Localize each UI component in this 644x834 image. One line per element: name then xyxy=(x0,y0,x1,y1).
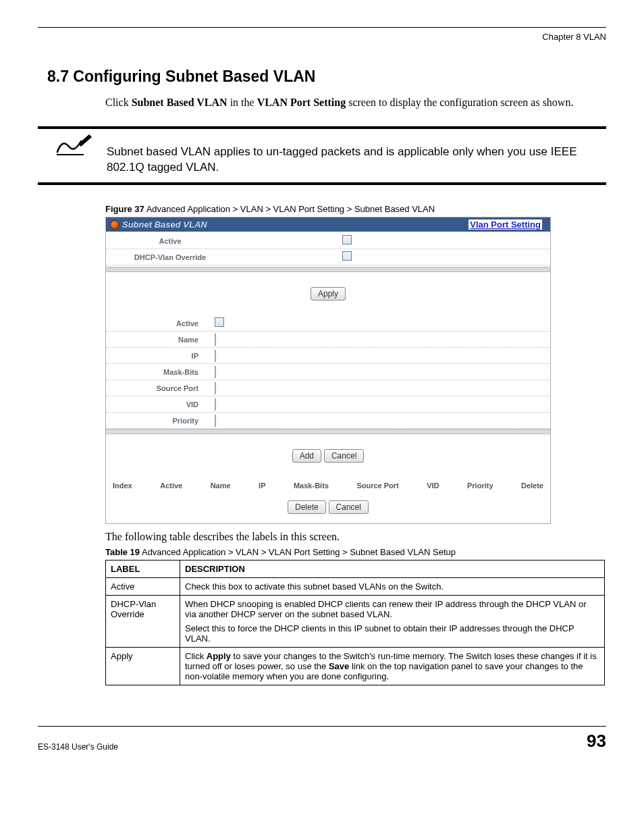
input-name[interactable] xyxy=(215,334,216,346)
input-ip[interactable] xyxy=(215,350,216,362)
note-bottom-rule xyxy=(38,182,606,185)
row2-label: Apply xyxy=(106,648,180,685)
panel-titlebar: Subnet Based VLAN Vlan Port Setting xyxy=(106,217,550,232)
note-top-rule xyxy=(38,126,606,129)
th-maskbits: Mask-Bits xyxy=(294,481,329,490)
row2-pre: Click xyxy=(185,651,207,661)
cancel-button[interactable]: Cancel xyxy=(324,449,364,463)
panel-dot-icon xyxy=(110,220,119,230)
row2-b2: Save xyxy=(329,661,349,671)
row2-desc: Click Apply to save your changes to the … xyxy=(180,648,605,685)
page-footer: ES-3148 User's Guide 93 xyxy=(38,726,606,752)
input-vid[interactable] xyxy=(215,398,216,411)
intro-mid: in the xyxy=(227,97,257,108)
panel-title: Subnet Based VLAN xyxy=(122,219,207,230)
screenshot-panel: Subnet Based VLAN Vlan Port Setting Acti… xyxy=(105,217,551,524)
form-add-entry: Active Name IP Mask-Bits Source Port VID… xyxy=(106,315,550,429)
th-active: Active xyxy=(160,481,182,490)
th-ip: IP xyxy=(259,481,265,490)
row0-p1: Check this box to activate this subnet b… xyxy=(185,581,599,592)
label-entry-active: Active xyxy=(106,319,211,328)
table-caption: Table 19 Advanced Application > VLAN > V… xyxy=(105,547,606,557)
label-ip: IP xyxy=(106,352,211,360)
cancel-button-2[interactable]: Cancel xyxy=(329,500,369,514)
intro-bold2: VLAN Port Setting xyxy=(257,97,346,108)
input-priority[interactable] xyxy=(215,415,216,427)
checkbox-entry-active[interactable] xyxy=(215,317,224,327)
section-title: 8.7 Configuring Subnet Based VLAN xyxy=(47,68,606,86)
delete-button[interactable]: Delete xyxy=(288,500,326,514)
entries-table-header: Index Active Name IP Mask-Bits Source Po… xyxy=(106,477,550,494)
row1-label: DHCP-Vlan Override xyxy=(106,596,180,648)
figure-caption-text: Advanced Application > VLAN > VLAN Port … xyxy=(144,204,435,214)
table-caption-text: Advanced Application > VLAN > VLAN Port … xyxy=(140,547,456,557)
label-name: Name xyxy=(106,336,211,344)
th-label: LABEL xyxy=(106,561,180,578)
input-maskbits[interactable] xyxy=(215,366,216,378)
table-row: DHCP-Vlan Override When DHCP snooping is… xyxy=(106,596,605,648)
footer-page-number: 93 xyxy=(587,731,606,752)
input-sourceport[interactable] xyxy=(215,382,216,394)
row1-p1: When DHCP snooping is enabled DHCP clien… xyxy=(185,599,599,619)
table-row: Apply Click Apply to save your changes t… xyxy=(106,648,605,685)
intro-bold1: Subnet Based VLAN xyxy=(132,97,227,108)
label-priority: Priority xyxy=(106,417,211,425)
table-row: Active Check this box to activate this s… xyxy=(106,578,605,596)
intro-tail: screen to display the configuration scre… xyxy=(346,97,573,108)
chapter-header: Chapter 8 VLAN xyxy=(38,32,606,46)
description-table: LABEL DESCRIPTION Active Check this box … xyxy=(105,560,605,685)
handwriting-note-icon xyxy=(54,132,95,161)
note-text: Subnet based VLAN applies to un-tagged p… xyxy=(107,136,606,176)
th-vid: VID xyxy=(427,481,439,490)
label-sourceport: Source Port xyxy=(106,384,211,392)
row1-desc: When DHCP snooping is enabled DHCP clien… xyxy=(180,596,605,648)
th-index: Index xyxy=(113,481,132,490)
apply-button[interactable]: Apply xyxy=(311,287,346,301)
top-rule xyxy=(38,27,606,28)
th-delete: Delete xyxy=(521,481,543,490)
row2-b1: Apply xyxy=(207,651,231,661)
table-label: Table 19 xyxy=(105,547,140,557)
row0-label: Active xyxy=(106,578,180,596)
divider xyxy=(106,267,550,272)
add-button[interactable]: Add xyxy=(292,449,321,463)
th-sourceport: Source Port xyxy=(356,481,398,490)
label-active: Active xyxy=(106,237,234,245)
note-block: Subnet based VLAN applies to un-tagged p… xyxy=(38,136,606,176)
figure-label: Figure 37 xyxy=(105,204,144,214)
label-vid: VID xyxy=(106,400,211,409)
th-description: DESCRIPTION xyxy=(180,561,605,578)
footer-guide: ES-3148 User's Guide xyxy=(38,742,118,752)
label-maskbits: Mask-Bits xyxy=(106,368,211,376)
label-dhcp-override: DHCP-Vlan Override xyxy=(106,253,234,261)
intro-paragraph: Click Subnet Based VLAN in the VLAN Port… xyxy=(105,95,606,110)
form-global-settings: Active DHCP-Vlan Override xyxy=(106,232,550,267)
vlan-port-setting-link[interactable]: Vlan Port Setting xyxy=(468,219,542,230)
row0-desc: Check this box to activate this subnet b… xyxy=(180,578,605,596)
th-name: Name xyxy=(211,481,231,490)
post-figure-text: The following table describes the labels… xyxy=(105,531,606,543)
checkbox-active[interactable] xyxy=(342,235,352,244)
divider2 xyxy=(106,429,550,434)
row1-p2: Select this to force the DHCP clients in… xyxy=(185,623,599,644)
figure-caption: Figure 37 Advanced Application > VLAN > … xyxy=(105,204,606,214)
th-priority: Priority xyxy=(467,481,493,490)
intro-pre: Click xyxy=(105,97,132,108)
checkbox-dhcp-override[interactable] xyxy=(342,251,352,261)
